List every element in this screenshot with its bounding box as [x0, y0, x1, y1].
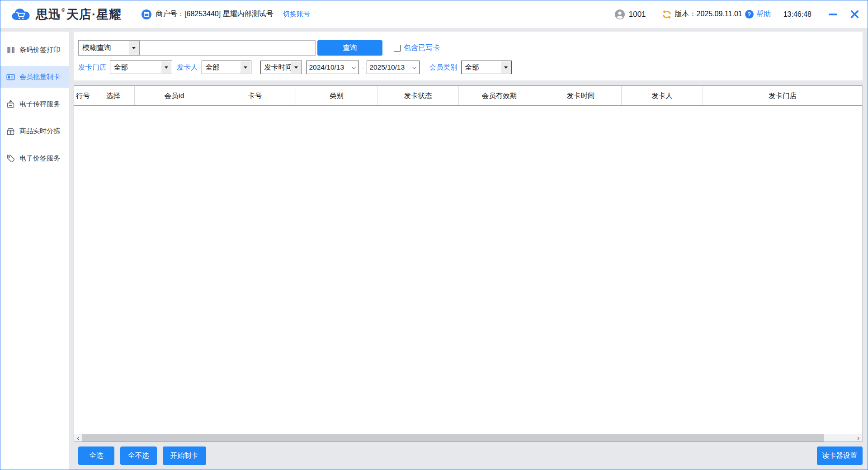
search-button[interactable]: 查询 — [317, 40, 382, 56]
merchant-info: 商户号：[68253440] 星耀内部测试号 切换账号 — [142, 9, 310, 19]
select-all-button[interactable]: 全选 — [78, 446, 114, 465]
chevron-down-icon — [412, 65, 416, 69]
content-area: 模糊查询 查询 包含已写卡 发卡门店 全部 发卡人 — [74, 32, 863, 470]
column-header-category: 类别 — [296, 86, 377, 105]
sidebar-item-label: 电子传秤服务 — [19, 100, 60, 108]
horizontal-scrollbar[interactable]: ‹ › — [74, 434, 862, 442]
date-from-value: 2024/10/13 — [309, 63, 344, 71]
sorting-box-icon — [6, 127, 15, 136]
date-range-separator: - — [362, 64, 364, 71]
sidebar-item-barcode-label-print[interactable]: 条码价签打印 — [0, 39, 69, 61]
column-header-valid-period: 会员有效期 — [459, 86, 540, 105]
brand-secondary: 天店·星耀 — [66, 6, 122, 23]
query-type-select[interactable]: 模糊查询 — [78, 40, 140, 56]
column-header-member-id: 会员Id — [135, 86, 214, 105]
member-type-value: 全部 — [465, 63, 479, 72]
date-to-value: 2025/10/13 — [370, 63, 405, 71]
column-header-issue-store: 发卡门店 — [703, 86, 862, 105]
sidebar-item-label: 商品实时分拣 — [19, 127, 60, 136]
member-type-filter-label: 会员类别 — [429, 63, 458, 72]
brand: 思迅®天店·星耀 — [11, 6, 122, 23]
time-field-value: 发卡时间 — [264, 63, 292, 72]
barcode-icon — [6, 46, 15, 54]
sync-icon[interactable] — [661, 9, 672, 20]
price-tag-icon — [6, 154, 15, 163]
bottom-action-bar: 全选 全不选 开始制卡 读卡器设置 — [74, 442, 863, 470]
registered-mark: ® — [61, 7, 66, 13]
sidebar-item-label: 电子价签服务 — [19, 154, 60, 163]
include-written-label[interactable]: 包含已写卡 — [404, 43, 440, 53]
titlebar: 思迅®天店·星耀 商户号：[68253440] 星耀内部测试号 切换账号 — [0, 0, 868, 28]
filter-row: 发卡门店 全部 发卡人 全部 发卡时间 202 — [78, 61, 863, 74]
minimize-button[interactable] — [827, 9, 839, 20]
column-header-issue-time: 发卡时间 — [540, 86, 622, 105]
switch-account-link[interactable]: 切换账号 — [283, 10, 310, 19]
operator: 1001 — [614, 9, 646, 20]
sidebar-item-electronic-price-tag[interactable]: 电子价签服务 — [0, 147, 69, 169]
time-field-select[interactable]: 发卡时间 — [260, 61, 302, 74]
brand-primary: 思迅 — [36, 6, 61, 23]
app-window: 思迅®天店·星耀 商户号：[68253440] 星耀内部测试号 切换账号 — [0, 0, 868, 470]
column-header-issue-status: 发卡状态 — [377, 86, 459, 105]
chevron-down-icon — [351, 65, 356, 69]
version-group: 版本：2025.09.11.01 ? 帮助 — [661, 9, 771, 20]
chevron-down-icon — [241, 61, 250, 73]
main-area: 条码价签打印 会员批量制卡 — [0, 32, 868, 470]
help-link[interactable]: 帮助 — [756, 9, 771, 19]
scroll-right-icon[interactable]: › — [854, 434, 862, 442]
sidebar-item-realtime-sorting[interactable]: 商品实时分拣 — [0, 120, 69, 142]
store-icon — [142, 9, 151, 19]
scrollbar-thumb[interactable] — [82, 434, 824, 442]
chevron-down-icon — [291, 61, 301, 73]
column-header-select: 选择 — [92, 86, 135, 105]
minimize-icon — [829, 14, 837, 15]
brand-name: 思迅®天店·星耀 — [36, 6, 122, 23]
user-avatar-icon — [614, 9, 625, 20]
start-card-making-button[interactable]: 开始制卡 — [163, 446, 206, 465]
select-none-button[interactable]: 全不选 — [120, 446, 157, 465]
scroll-left-icon[interactable]: ‹ — [74, 434, 82, 442]
app-logo-icon — [11, 7, 30, 22]
search-input[interactable] — [140, 40, 316, 56]
column-header-row-number: 行号 — [74, 86, 92, 105]
card-reader-settings-button[interactable]: 读卡器设置 — [817, 446, 863, 465]
issuer-select[interactable]: 全部 — [202, 61, 251, 74]
titlebar-right: 1001 版本：2025.09.11.01 ? 帮助 13:46:48 — [614, 9, 860, 20]
column-header-issuer: 发卡人 — [622, 86, 703, 105]
sidebar-item-label: 会员批量制卡 — [19, 73, 60, 81]
filter-panel: 模糊查询 查询 包含已写卡 发卡门店 全部 发卡人 — [74, 32, 863, 80]
chevron-down-icon — [161, 61, 171, 73]
sidebar-item-electronic-scale[interactable]: 电子传秤服务 — [0, 93, 69, 115]
scale-icon — [6, 100, 15, 108]
clock: 13:46:48 — [783, 10, 811, 19]
issuer-value: 全部 — [206, 63, 220, 72]
date-from-picker[interactable]: 2024/10/13 — [306, 61, 359, 74]
version-label: 版本：2025.09.11.01 — [675, 9, 742, 19]
table-body-empty — [74, 106, 862, 434]
help-icon[interactable]: ? — [745, 10, 754, 19]
store-filter-label: 发卡门店 — [78, 63, 106, 72]
table-header-row: 行号 选择 会员Id 卡号 类别 发卡状态 会员有效期 发卡时间 发卡人 发卡门… — [74, 86, 862, 106]
merchant-label: 商户号：[68253440] 星耀内部测试号 — [156, 9, 274, 19]
query-type-value: 模糊查询 — [82, 43, 111, 53]
column-header-card-number: 卡号 — [214, 86, 296, 105]
date-to-picker[interactable]: 2025/10/13 — [367, 61, 420, 74]
include-written-checkbox[interactable] — [394, 45, 401, 52]
close-button[interactable] — [849, 9, 860, 20]
sidebar-item-label: 条码价签打印 — [19, 46, 60, 54]
scrollbar-track[interactable] — [824, 434, 854, 442]
sidebar: 条码价签打印 会员批量制卡 — [0, 32, 69, 470]
issuer-filter-label: 发卡人 — [177, 63, 198, 72]
close-icon — [850, 9, 859, 19]
store-value: 全部 — [114, 63, 128, 72]
member-card-table: 行号 选择 会员Id 卡号 类别 发卡状态 会员有效期 发卡时间 发卡人 发卡门… — [74, 85, 863, 442]
member-card-icon — [6, 73, 15, 81]
store-select[interactable]: 全部 — [110, 61, 172, 74]
member-type-select[interactable]: 全部 — [461, 61, 512, 74]
chevron-down-icon — [501, 61, 511, 73]
chevron-down-icon — [129, 41, 139, 55]
sidebar-item-member-batch-card[interactable]: 会员批量制卡 — [0, 66, 69, 88]
operator-id: 1001 — [629, 10, 646, 19]
search-row: 模糊查询 查询 包含已写卡 — [78, 40, 863, 56]
